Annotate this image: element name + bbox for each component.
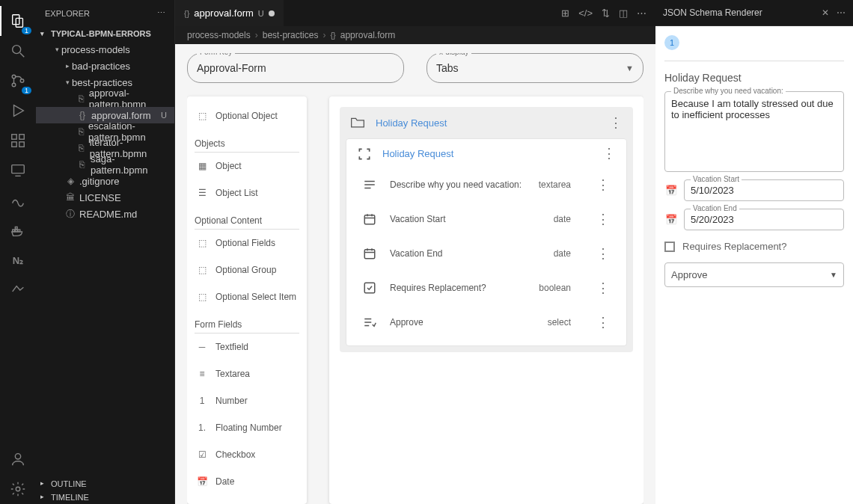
palette-category-fields: Form Fields bbox=[195, 313, 299, 334]
workspace-title[interactable]: TYPICAL-BPMN-ERRORS bbox=[36, 26, 174, 41]
palette-category-optional: Optional Content bbox=[195, 209, 299, 230]
activity-share[interactable] bbox=[0, 275, 36, 305]
file-license[interactable]: 🏛LICENSE bbox=[36, 189, 174, 206]
breadcrumb-seg[interactable]: approval.form bbox=[340, 30, 395, 40]
palette-item-optional-object[interactable]: ⬚Optional Object bbox=[195, 102, 299, 129]
calendar-icon: 📅 bbox=[664, 214, 678, 225]
scm-badge: 1 bbox=[22, 87, 31, 94]
step-badge: 1 bbox=[664, 35, 679, 50]
modified-badge: U bbox=[161, 111, 167, 120]
side-panel: JSON Schema Renderer ✕ ⋯ 1 Holiday Reque… bbox=[655, 0, 853, 504]
preview-date-start[interactable]: Vacation Start 5/10/2023 bbox=[684, 179, 844, 201]
activity-docker[interactable] bbox=[0, 215, 36, 245]
activity-explorer[interactable]: 1 bbox=[0, 6, 36, 36]
textarea-icon bbox=[363, 178, 376, 191]
file-approval-bpmn[interactable]: ⎘approval-pattern.bpmn bbox=[36, 90, 174, 107]
kebab-icon[interactable]: ⋮ bbox=[596, 316, 610, 329]
sidebar-title: EXPLORER bbox=[45, 9, 90, 18]
palette-item-checkbox[interactable]: ☑Checkbox bbox=[195, 441, 299, 468]
palette-item-number[interactable]: 1Number bbox=[195, 387, 299, 414]
activity-account[interactable] bbox=[0, 444, 36, 474]
activity-extensions[interactable] bbox=[0, 126, 36, 156]
activity-debug[interactable] bbox=[0, 96, 36, 126]
activity-scm[interactable]: 1 bbox=[0, 66, 36, 96]
files-badge: 1 bbox=[22, 27, 31, 34]
file-readme[interactable]: ⓘREADME.md bbox=[36, 206, 174, 222]
form-group-inner[interactable]: Holiday Request ⋮ Describe why you need … bbox=[346, 138, 627, 346]
palette-item-object-list[interactable]: ☰Object List bbox=[195, 179, 299, 206]
side-panel-title: JSON Schema Renderer bbox=[663, 7, 762, 18]
file-saga[interactable]: ⎘saga-pattern.bpmn bbox=[36, 156, 174, 173]
palette-item-float[interactable]: 1.Floating Number bbox=[195, 414, 299, 441]
calendar-icon bbox=[363, 212, 376, 226]
field-row-approve[interactable]: Approve select ⋮ bbox=[346, 305, 626, 339]
preview-date-end[interactable]: Vacation End 5/20/2023 bbox=[684, 209, 844, 230]
timeline-section[interactable]: TIMELINE bbox=[36, 491, 174, 504]
form-group-outer[interactable]: Holiday Request ⋮ Holiday Request ⋮ bbox=[340, 107, 633, 352]
file-tree: ▾process-models ▸bad-practices ▾best-pra… bbox=[36, 41, 174, 227]
field-row-replacement[interactable]: Requires Replacement? boolean ⋮ bbox=[346, 271, 626, 305]
palette-item-date[interactable]: 📅Date bbox=[195, 468, 299, 495]
code-icon[interactable]: </> bbox=[578, 7, 593, 19]
palette-item-textarea[interactable]: ≡Textarea bbox=[195, 360, 299, 387]
close-icon[interactable]: ✕ bbox=[822, 7, 829, 18]
kebab-icon[interactable]: ⋮ bbox=[596, 281, 610, 295]
field-row-start[interactable]: Vacation Start date ⋮ bbox=[346, 202, 626, 236]
activity-settings[interactable] bbox=[0, 474, 36, 504]
svg-rect-9 bbox=[12, 142, 16, 147]
field-row-description[interactable]: Describe why you need vacation: textarea… bbox=[346, 168, 626, 202]
calendar-icon bbox=[363, 247, 376, 260]
activity-n2[interactable]: N₂ bbox=[0, 245, 36, 275]
kebab-icon[interactable]: ⋮ bbox=[596, 247, 610, 260]
svg-point-4 bbox=[12, 75, 16, 79]
folder-process-models[interactable]: ▾process-models bbox=[36, 41, 174, 58]
sidebar-header: EXPLORER ⋯ bbox=[36, 0, 174, 26]
chevron-down-icon: ▼ bbox=[626, 64, 634, 73]
palette-item-opt-select[interactable]: ⬚Optional Select Item bbox=[195, 283, 299, 310]
palette-category-objects: Objects bbox=[195, 132, 299, 153]
kebab-icon[interactable]: ⋮ bbox=[602, 147, 616, 160]
activity-remote[interactable] bbox=[0, 156, 36, 185]
layout-icon[interactable]: ⊞ bbox=[561, 7, 569, 19]
activity-bar: 1 1 N₂ bbox=[0, 0, 36, 504]
svg-point-2 bbox=[13, 46, 21, 54]
split-icon[interactable]: ◫ bbox=[619, 7, 628, 19]
explorer-sidebar: EXPLORER ⋯ TYPICAL-BPMN-ERRORS ▾process-… bbox=[36, 0, 175, 504]
kebab-icon[interactable]: ⋮ bbox=[596, 212, 610, 226]
preview-textarea[interactable]: Describe why you need vacation: bbox=[664, 91, 844, 172]
diff-icon[interactable]: ⇅ bbox=[602, 7, 610, 19]
preview-checkbox[interactable]: Requires Replacement? bbox=[664, 241, 844, 252]
file-gitignore[interactable]: ◈.gitignore bbox=[36, 173, 174, 189]
field-row-end[interactable]: Vacation End date ⋮ bbox=[346, 236, 626, 271]
editor-actions: ⊞ </> ⇅ ◫ ⋯ bbox=[561, 7, 655, 19]
activity-search[interactable] bbox=[0, 36, 36, 66]
palette-item-textfield[interactable]: ─Textfield bbox=[195, 334, 299, 360]
x-display-field[interactable]: x-display Tabs ▼ bbox=[426, 53, 643, 83]
svg-rect-27 bbox=[364, 250, 375, 259]
svg-point-19 bbox=[16, 487, 20, 491]
tab-approval-form[interactable]: {} approval.form U bbox=[175, 0, 284, 26]
activity-other-1[interactable] bbox=[0, 185, 36, 215]
chevron-down-icon: ▼ bbox=[830, 271, 837, 279]
preview-select[interactable]: Approve ▼ bbox=[664, 262, 844, 287]
palette-item-object[interactable]: ▦Object bbox=[195, 153, 299, 179]
palette-item-opt-fields[interactable]: ⬚Optional Fields bbox=[195, 230, 299, 256]
palette-item-opt-group[interactable]: ⬚Optional Group bbox=[195, 256, 299, 283]
breadcrumb-seg[interactable]: best-practices bbox=[263, 30, 319, 40]
kebab-icon[interactable]: ⋮ bbox=[609, 116, 623, 129]
outline-section[interactable]: OUTLINE bbox=[36, 477, 174, 491]
sidebar-more-icon[interactable]: ⋯ bbox=[157, 8, 165, 18]
folder-bad-practices[interactable]: ▸bad-practices bbox=[36, 58, 174, 74]
dirty-indicator bbox=[269, 10, 275, 16]
more-icon[interactable]: ⋯ bbox=[637, 7, 646, 19]
frame-icon bbox=[357, 147, 372, 160]
breadcrumb-seg[interactable]: process-models bbox=[187, 30, 251, 40]
preview-textarea-input[interactable] bbox=[671, 98, 837, 164]
breadcrumb: process-models › best-practices › {} app… bbox=[175, 26, 655, 44]
checkbox-icon bbox=[363, 281, 376, 295]
more-icon[interactable]: ⋯ bbox=[837, 7, 846, 18]
form-key-field[interactable]: Form Key Approval-Form bbox=[187, 53, 404, 83]
kebab-icon[interactable]: ⋮ bbox=[596, 178, 610, 191]
editor-area: {} approval.form U ⊞ </> ⇅ ◫ ⋯ process-m… bbox=[175, 0, 655, 504]
svg-marker-7 bbox=[14, 105, 24, 117]
